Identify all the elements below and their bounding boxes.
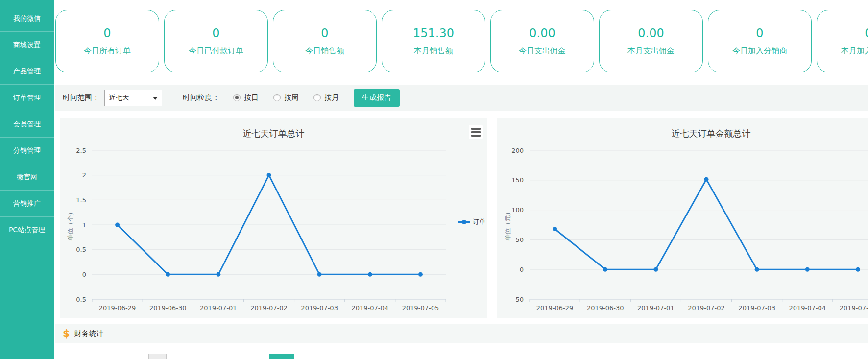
stat-card: 0今日销售额 <box>273 10 377 72</box>
svg-text:2019-06-29: 2019-06-29 <box>99 304 136 311</box>
svg-text:200: 200 <box>511 147 524 154</box>
radio-icon[interactable] <box>313 94 321 101</box>
finance-section-header: $ 财务统计 <box>55 324 868 343</box>
svg-text:150: 150 <box>511 176 524 184</box>
chart-panel-1: 近七天订单金额总计-500501001502002019-06-292019-0… <box>497 118 868 318</box>
svg-text:-0.5: -0.5 <box>74 296 86 303</box>
stat-card-label: 本月销售额 <box>414 46 453 56</box>
stat-card-value: 0.00 <box>638 26 664 40</box>
radio-label: 按日 <box>244 93 259 102</box>
finance-controls <box>148 354 294 359</box>
finance-action-button[interactable] <box>269 354 294 359</box>
sidebar: 我的微信商城设置产品管理订单管理会员管理分销管理微官网营销推广PC站点管理 <box>0 0 54 359</box>
radio-granularity-0[interactable]: 按日 <box>233 93 259 102</box>
generate-report-button[interactable]: 生成报告 <box>354 89 400 107</box>
line-chart: -0.500.511.522.52019-06-292019-06-302019… <box>60 118 487 318</box>
stat-card: 151.30本月销售额 <box>382 10 485 72</box>
sidebar-item-1[interactable]: 商城设置 <box>0 31 54 58</box>
charts-row: 近七天订单总计-0.500.511.522.52019-06-292019-06… <box>60 118 868 318</box>
svg-text:2019-07-03: 2019-07-03 <box>301 304 338 311</box>
svg-text:2.5: 2.5 <box>76 147 86 154</box>
sidebar-item-2[interactable]: 产品管理 <box>0 58 54 84</box>
svg-text:2019-06-29: 2019-06-29 <box>536 304 574 311</box>
chart-panel-0: 近七天订单总计-0.500.511.522.52019-06-292019-06… <box>60 118 487 318</box>
line-chart: -500501001502002019-06-292019-06-302019-… <box>497 118 868 318</box>
stat-cards-row: 0今日所有订单0今日已付款订单0今日销售额151.30本月销售额0.00今日支出… <box>55 10 868 72</box>
svg-text:0: 0 <box>82 271 86 278</box>
time-range-value: 近七天 <box>109 94 129 102</box>
svg-text:0.5: 0.5 <box>76 246 86 253</box>
chevron-down-icon <box>153 97 158 100</box>
time-range-select[interactable]: 近七天 <box>104 90 162 106</box>
svg-text:0: 0 <box>520 266 524 273</box>
legend-marker-icon <box>458 221 470 223</box>
svg-text:2019-07-02: 2019-07-02 <box>250 304 288 311</box>
svg-text:2019-07-01: 2019-07-01 <box>200 304 237 311</box>
radio-granularity-2[interactable]: 按月 <box>313 93 339 102</box>
stat-card: 0今日已付款订单 <box>164 10 268 72</box>
stat-card: 0.00今日支出佣金 <box>490 10 594 72</box>
svg-text:2019-07-04: 2019-07-04 <box>352 304 389 311</box>
radio-granularity-1[interactable]: 按周 <box>273 93 299 102</box>
legend-item[interactable]: 订单 <box>458 217 485 226</box>
stat-card-value: 0.00 <box>529 26 555 40</box>
radio-selected-icon[interactable] <box>233 94 241 101</box>
stat-card-value: 0 <box>321 26 328 40</box>
radio-label: 按月 <box>324 93 339 102</box>
stat-card-label: 本月支出佣金 <box>627 46 675 56</box>
svg-text:2019-06-30: 2019-06-30 <box>587 304 624 311</box>
svg-text:50: 50 <box>515 236 524 243</box>
stat-card: 0本月加入分销商 <box>817 10 868 72</box>
radio-icon[interactable] <box>273 94 281 101</box>
stat-card: 0今日所有订单 <box>55 10 159 72</box>
sidebar-item-7[interactable]: 营销推广 <box>0 190 54 216</box>
stat-card-label: 今日支出佣金 <box>519 46 566 56</box>
finance-section-title: 财务统计 <box>74 329 104 338</box>
svg-text:单位（元）: 单位（元） <box>504 209 511 241</box>
stat-card-value: 151.30 <box>413 26 454 40</box>
legend-label: 订单 <box>473 217 485 226</box>
svg-text:2019-07-01: 2019-07-01 <box>637 304 675 311</box>
svg-text:2019-07-03: 2019-07-03 <box>738 304 775 311</box>
granularity-label: 时间粒度： <box>183 93 219 102</box>
svg-text:1: 1 <box>82 221 86 229</box>
sidebar-item-5[interactable]: 分销管理 <box>0 137 54 164</box>
svg-text:100: 100 <box>511 206 524 214</box>
input-addon <box>148 354 167 359</box>
svg-text:2019-07-05: 2019-07-05 <box>840 304 868 311</box>
app-root: 我的微信商城设置产品管理订单管理会员管理分销管理微官网营销推广PC站点管理 0今… <box>0 0 868 359</box>
stat-card: 0今日加入分销商 <box>708 10 812 72</box>
main-content: 0今日所有订单0今日已付款订单0今日销售额151.30本月销售额0.00今日支出… <box>54 0 868 359</box>
svg-text:2019-07-05: 2019-07-05 <box>402 304 439 311</box>
finance-input[interactable] <box>167 354 258 359</box>
svg-text:2019-06-30: 2019-06-30 <box>149 304 187 311</box>
radio-label: 按周 <box>284 93 299 102</box>
sidebar-item-8[interactable]: PC站点管理 <box>0 216 54 243</box>
svg-text:-50: -50 <box>513 296 524 303</box>
sidebar-item-4[interactable]: 会员管理 <box>0 111 54 137</box>
sidebar-item-6[interactable]: 微官网 <box>0 164 54 190</box>
filter-bar: 时间范围： 近七天 时间粒度： 按日按周按月 生成报告 <box>55 85 868 111</box>
dollar-icon: $ <box>63 329 70 339</box>
svg-text:2019-07-04: 2019-07-04 <box>789 304 826 311</box>
stat-card-value: 0 <box>756 26 763 40</box>
sidebar-item-3[interactable]: 订单管理 <box>0 84 54 111</box>
stat-card-label: 本月加入分销商 <box>841 46 868 56</box>
svg-text:2019-07-02: 2019-07-02 <box>688 304 725 311</box>
stat-card-value: 0 <box>212 26 219 40</box>
stat-card-value: 0 <box>865 26 868 40</box>
sidebar-item-0[interactable]: 我的微信 <box>0 5 54 31</box>
granularity-radios: 按日按周按月 <box>233 93 339 102</box>
stat-card-label: 今日已付款订单 <box>189 46 243 56</box>
svg-text:2: 2 <box>82 171 86 179</box>
stat-card: 0.00本月支出佣金 <box>599 10 703 72</box>
svg-text:单位（个）: 单位（个） <box>67 209 74 241</box>
stat-card-value: 0 <box>103 26 111 40</box>
time-range-label: 时间范围： <box>63 93 99 102</box>
stat-card-label: 今日销售额 <box>305 46 344 56</box>
stat-card-label: 今日加入分销商 <box>732 46 787 56</box>
svg-text:1.5: 1.5 <box>76 196 86 204</box>
stat-card-label: 今日所有订单 <box>84 46 131 56</box>
